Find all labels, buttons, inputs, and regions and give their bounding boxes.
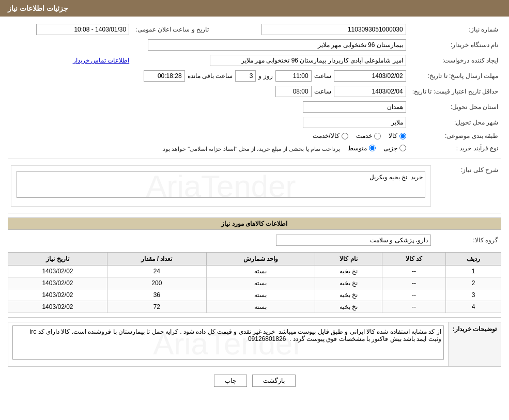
send-remaining-input[interactable] [144,70,185,82]
need-number-label: شماره نیاز: [409,22,501,37]
goods-table: ردیف کد کالا نام کالا واحد شمارش تعداد /… [8,252,501,313]
cell-date: 1403/02/02 [8,301,107,313]
goods-header-row: ردیف کد کالا نام کالا واحد شمارش تعداد /… [8,253,501,266]
price-deadline-fields: ساعت [11,86,406,97]
province-row: استان محل تحویل: [8,99,501,115]
send-date-input[interactable] [334,70,406,82]
send-deadline-row: مهلت ارسال پاسخ: تا تاریخ: ساعت روز و سا… [8,68,501,84]
cell-unit: بسته [206,301,315,313]
col-name: نام کالا [315,253,382,266]
process-label: نوع فرآیند خرید : [409,142,501,154]
buyer-name-row: نام دستگاه خریدار: [8,37,501,53]
process-motavaset-radio[interactable] [369,145,376,151]
category-kala-khadamat-option[interactable]: کالا/خدمت [313,132,348,139]
cell-row: 3 [445,289,501,301]
info-table: شماره نیاز: تاریخ و ساعت اعلان عمومی: نا… [8,22,501,154]
category-kala-khadamat-radio[interactable] [342,133,348,139]
content-area: شماره نیاز: تاریخ و ساعت اعلان عمومی: نا… [0,17,509,397]
need-number-input[interactable] [261,24,406,35]
goods-table-body: 1--نخ بخیهبسته241403/02/022--نخ بخیهبسته… [8,266,501,313]
category-kala-khadamat-label: کالا/خدمت [313,132,339,139]
send-days-input[interactable] [235,70,256,82]
cell-quantity: 72 [107,301,206,313]
process-radio-group: جزیی متوسط [348,145,406,152]
need-desc-container: AriaTender خرید نخ بخیه ویکریل [11,165,431,207]
col-unit: واحد شمارش [206,253,315,266]
cell-quantity: 24 [107,266,206,277]
buyer-desc-container: AriaTender از کد مشابه استفاده شده کالا … [12,325,444,363]
table-row: 4--نخ بخیهبسته721403/02/02 [8,301,501,313]
buyer-name-input[interactable] [148,39,406,51]
goods-group-input[interactable] [276,235,431,246]
city-input[interactable] [303,117,406,128]
cell-name: نخ بخیه [315,266,382,277]
divider-1 [8,159,501,159]
process-jazii-radio[interactable] [399,145,406,151]
process-note: پرداخت تمام یا بخشی از مبلغ خرید، از محل… [161,146,340,152]
cell-name: نخ بخیه [315,277,382,289]
creator-input[interactable] [210,55,406,66]
page-wrapper: جزئیات اطلاعات نیاز شماره نیاز: تاریخ و … [0,0,509,420]
process-jazii-label: جزیی [383,145,397,152]
category-row: طبقه بندی موضوعی: کالا خدمت [8,130,501,142]
send-time-input[interactable] [275,70,312,82]
table-row: 1--نخ بخیهبسته241403/02/02 [8,266,501,277]
cell-code: -- [382,301,446,313]
goods-section-header: اطلاعات کالاهای مورد نیاز [8,217,501,230]
process-row: نوع فرآیند خرید : جزیی متوسط [8,142,501,154]
price-deadline-label: حداقل تاریخ اعتبار قیمت: تا تاریخ: [409,84,501,99]
cell-row: 1 [445,266,501,277]
city-row: شهر محل تحویل: [8,115,501,130]
buyer-desc-row: توضیحات خریدار: AriaTender از کد مشابه ا… [8,322,501,367]
price-date-input[interactable] [334,86,406,97]
divider-3 [8,317,501,318]
col-code: کد کالا [382,253,446,266]
send-remaining-label: ساعت باقی مانده [188,72,233,80]
cell-quantity: 36 [107,289,206,301]
announce-label: تاریخ و ساعت اعلان عمومی: [132,22,212,37]
cell-date: 1403/02/02 [8,277,107,289]
cell-row: 4 [445,301,501,313]
need-desc-label: شرح کلی نیاز: [434,163,501,209]
col-qty: تعداد / مقدار [107,253,206,266]
category-khadamat-option[interactable]: خدمت [356,132,381,139]
send-day-label: روز و [258,72,272,80]
contact-info-link[interactable]: اطلاعات تماس خریدار [73,57,130,64]
need-number-row: شماره نیاز: تاریخ و ساعت اعلان عمومی: [8,22,501,37]
buyer-name-label: نام دستگاه خریدار: [409,37,501,53]
price-time-input[interactable] [275,86,312,97]
need-number-value [220,22,409,37]
province-input[interactable] [303,101,406,113]
send-deadline-fields: ساعت روز و ساعت باقی مانده [11,70,406,82]
divider-2 [8,213,501,213]
cell-code: -- [382,266,446,277]
table-row: 3--نخ بخیهبسته361403/02/02 [8,289,501,301]
buyer-desc-label: توضیحات خریدار: [448,322,501,367]
cell-date: 1403/02/02 [8,289,107,301]
page-title: جزئیات اطلاعات نیاز [8,4,68,12]
buyer-desc-textarea[interactable]: از کد مشابه استفاده شده کالا ایرانی و طب… [12,325,444,360]
category-kala-option[interactable]: کالا [389,132,406,139]
back-button[interactable]: بازگشت [252,375,296,387]
goods-group-table: گروه کالا: [8,232,501,248]
category-khadamat-radio[interactable] [374,133,381,139]
cell-unit: بسته [206,289,315,301]
col-row: ردیف [445,253,501,266]
creator-label: ایجاد کننده درخواست: [409,53,501,68]
category-khadamat-label: خدمت [356,132,372,139]
send-deadline-label: مهلت ارسال پاسخ: تا تاریخ: [409,68,501,84]
goods-group-row: گروه کالا: [8,232,501,248]
announce-input[interactable] [36,24,129,35]
cell-name: نخ بخیه [315,301,382,313]
print-button[interactable]: چاپ [214,375,247,387]
price-deadline-row: حداقل تاریخ اعتبار قیمت: تا تاریخ: ساعت [8,84,501,99]
category-kala-radio[interactable] [399,133,406,139]
creator-row: ایجاد کننده درخواست: اطلاعات تماس خریدار [8,53,501,68]
cell-unit: بسته [206,277,315,289]
page-header: جزئیات اطلاعات نیاز [0,0,509,17]
button-row: بازگشت چاپ [8,375,501,387]
process-motavaset-option[interactable]: متوسط [348,145,376,152]
need-desc-textarea[interactable]: خرید نخ بخیه ویکریل [17,171,425,198]
category-kala-label: کالا [389,132,397,139]
process-jazii-option[interactable]: جزیی [383,145,406,152]
